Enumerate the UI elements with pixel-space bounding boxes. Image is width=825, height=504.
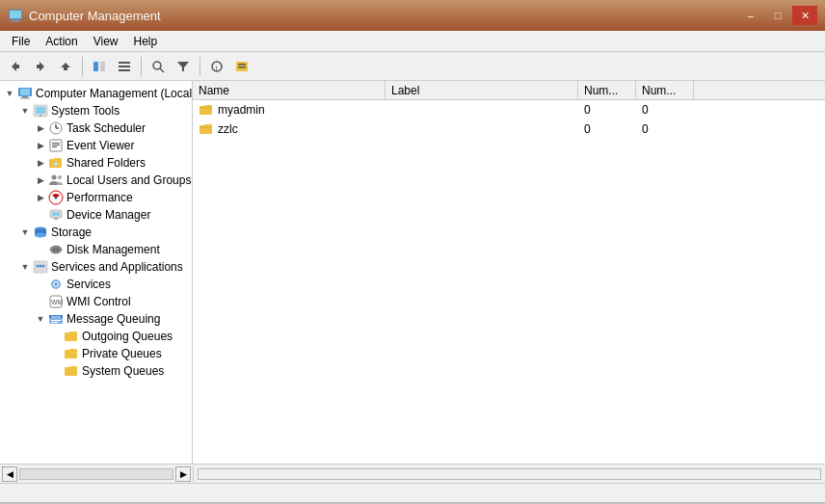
scroll-right-btn[interactable]: ▶ (175, 466, 191, 482)
shared-folder-icon (48, 155, 64, 171)
toggle-performance[interactable]: ▶ (33, 190, 48, 205)
search-button[interactable] (146, 55, 170, 78)
queue-icon (48, 311, 64, 327)
toggle-root[interactable]: ▼ (2, 86, 17, 101)
tree-item-local-users[interactable]: ▶ Local Users and Groups (0, 172, 192, 189)
tree-label-message-queuing: Message Queuing (67, 312, 160, 326)
tree-item-disk-management[interactable]: ▶ Disk Management (0, 241, 192, 258)
tree-item-services-applications[interactable]: ▼ Services and Applications (0, 258, 192, 276)
computer-icon (17, 86, 33, 101)
column-headers: Name Label Num... Num... (193, 81, 825, 100)
help-button[interactable] (230, 55, 253, 78)
tree-item-performance[interactable]: ▶ Performance (0, 189, 192, 206)
toggle-storage[interactable]: ▼ (17, 225, 33, 240)
svg-rect-43 (54, 218, 58, 220)
tree-label-performance: Performance (67, 191, 133, 204)
horizontal-scrollbar-area: ◀ ▶ (0, 464, 825, 483)
toggle-system-tools[interactable]: ▼ (17, 103, 33, 119)
tree-label-storage: Storage (51, 225, 92, 239)
title-bar-controls: – □ ✕ (738, 6, 817, 25)
scroll-left-btn[interactable]: ◀ (2, 466, 17, 482)
back-button[interactable] (4, 55, 27, 78)
tree-item-outgoing-queues[interactable]: ▶ Outgoing Queues (0, 328, 192, 345)
tree-item-device-manager[interactable]: ▶ Device Manager (0, 206, 192, 224)
table-row[interactable]: zzlc 0 0 (193, 119, 825, 139)
svg-rect-32 (52, 145, 60, 146)
wmi-icon: WMI (48, 294, 64, 309)
svg-rect-11 (119, 69, 130, 71)
svg-point-38 (58, 175, 62, 179)
search-icon (151, 60, 165, 73)
tree-item-services[interactable]: ▶ Services (0, 276, 192, 293)
services-app-icon (33, 259, 48, 275)
close-button[interactable]: ✕ (792, 6, 817, 25)
svg-marker-6 (61, 63, 70, 70)
tree-label-services-applications: Services and Applications (51, 260, 183, 274)
content-scrollbar[interactable] (198, 468, 821, 480)
title-bar: Computer Management – □ ✕ (0, 0, 825, 31)
svg-rect-25 (36, 107, 45, 114)
svg-point-52 (40, 265, 42, 268)
cell-num2-1: 0 (636, 122, 694, 136)
up-button[interactable] (54, 55, 77, 78)
tree-item-message-queuing[interactable]: ▼ Message Queuing (0, 310, 192, 328)
tree-item-private-queues[interactable]: ▶ Private Queues (0, 345, 192, 362)
col-header-num2[interactable]: Num... (636, 81, 694, 99)
toggle-shared-folders[interactable]: ▶ (33, 155, 48, 171)
separator-1 (82, 57, 83, 76)
table-row[interactable]: myadmin 0 0 (193, 100, 825, 119)
menu-help[interactable]: Help (126, 33, 166, 50)
cell-name-0: myadmin (193, 102, 386, 118)
menu-file[interactable]: File (4, 33, 38, 50)
separator-3 (200, 57, 200, 76)
show-hide-button[interactable] (88, 55, 111, 78)
separator-2 (141, 57, 142, 76)
private-folder-icon (64, 346, 79, 361)
system-folder-icon (64, 363, 79, 379)
svg-point-12 (153, 62, 161, 69)
tree-item-task-scheduler[interactable]: ▶ Task Scheduler (0, 119, 192, 137)
col-header-label[interactable]: Label (386, 81, 578, 99)
cell-num2-0: 0 (636, 103, 694, 117)
filter-button[interactable] (172, 55, 195, 78)
svg-rect-1 (12, 19, 19, 21)
clock-icon (48, 120, 64, 136)
tree-item-system-queues[interactable]: ▶ System Queues (0, 362, 192, 380)
svg-rect-61 (51, 317, 61, 318)
menu-view[interactable]: View (86, 33, 126, 50)
title-bar-left: Computer Management (8, 8, 161, 23)
list-view-button[interactable] (113, 55, 136, 78)
tree-label-task-scheduler: Task Scheduler (67, 121, 146, 135)
maximize-button[interactable]: □ (765, 6, 790, 25)
col-header-num1[interactable]: Num... (578, 81, 636, 99)
forward-icon (34, 60, 47, 73)
help-icon (235, 60, 249, 73)
toggle-task-scheduler[interactable]: ▶ (33, 120, 48, 136)
disk-icon (48, 242, 64, 257)
toggle-event-viewer[interactable]: ▶ (33, 138, 48, 153)
tree-label-wmi-control: WMI Control (67, 295, 131, 308)
tree-item-event-viewer[interactable]: ▶ Event Viewer (0, 137, 192, 154)
performance-icon (48, 190, 64, 205)
window-title: Computer Management (29, 9, 161, 23)
menu-action[interactable]: Action (38, 33, 85, 50)
toggle-services-applications[interactable]: ▼ (17, 259, 33, 275)
tree-item-storage[interactable]: ▼ Storage (0, 224, 192, 241)
svg-rect-23 (20, 98, 30, 99)
tree-item-system-tools[interactable]: ▼ System Tools (0, 102, 192, 119)
col-header-name[interactable]: Name (193, 81, 386, 99)
properties-button[interactable]: i (205, 55, 228, 78)
svg-point-40 (55, 197, 58, 199)
tree-item-wmi-control[interactable]: ▶ WMI WMI Control (0, 293, 192, 310)
toggle-local-users[interactable]: ▶ (33, 172, 48, 188)
minimize-button[interactable]: – (738, 6, 763, 25)
svg-rect-19 (238, 66, 246, 68)
tree-scrollbar[interactable] (19, 468, 173, 480)
tree-item-root[interactable]: ▼ Computer Management (Local (0, 85, 192, 102)
forward-button[interactable] (29, 55, 52, 78)
tree-label-device-manager: Device Manager (67, 208, 150, 222)
service-icon (48, 277, 64, 292)
tree-item-shared-folders[interactable]: ▶ Shared Folders (0, 154, 192, 172)
up-icon (59, 60, 72, 73)
toggle-message-queuing[interactable]: ▼ (33, 311, 48, 327)
